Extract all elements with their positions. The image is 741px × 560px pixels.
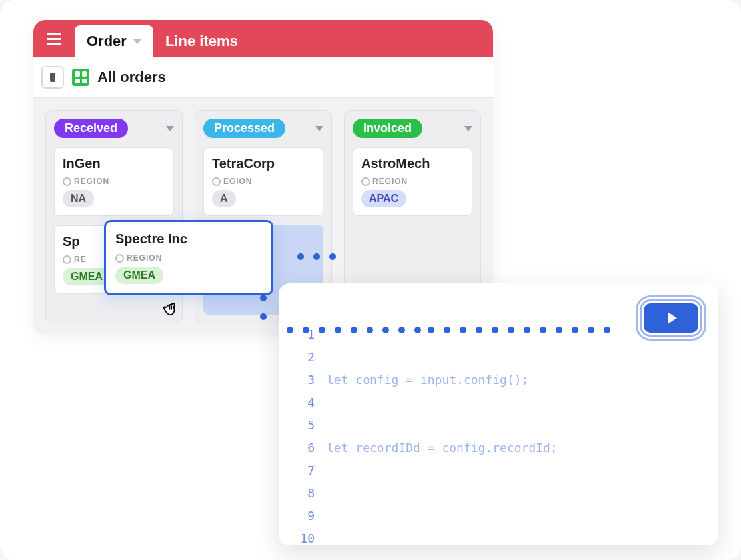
automation-trail-join (287, 327, 421, 333)
card-meta-label: REGION (63, 177, 165, 186)
trail-dot (260, 295, 267, 301)
card-title: InGen (63, 156, 165, 171)
code-line: let config = input.config(); (327, 369, 708, 391)
chevron-down-icon[interactable] (315, 126, 323, 131)
run-button[interactable] (644, 303, 698, 333)
tab-order[interactable]: Order (75, 25, 153, 57)
tab-lineitems-label: Line items (165, 33, 238, 50)
card-title: TetraCorp (212, 156, 315, 171)
column-badge: Invoiced (353, 119, 422, 138)
code-line: let recordIDd = config.recordId; (327, 437, 708, 459)
chevron-down-icon (133, 39, 141, 44)
sidebar-toggle-icon[interactable] (41, 66, 64, 89)
automation-trail-top (297, 253, 336, 260)
region-pill: NA (63, 190, 94, 207)
subbar: All orders (33, 57, 493, 98)
view-title: All orders (97, 69, 166, 86)
card-meta-label: REGION (115, 253, 262, 263)
card-astromech[interactable]: AstroMech REGION APAC (353, 147, 472, 216)
card-ingen[interactable]: InGen REGION NA (54, 147, 174, 216)
topbar: Order Line items (33, 20, 493, 57)
chevron-down-icon[interactable] (166, 126, 174, 131)
region-pill: GMEA (115, 267, 163, 284)
card-title: Spectre Inc (115, 231, 262, 247)
card-meta-label: EGION (212, 177, 315, 186)
code-source: let config = input.config(); let recordI… (327, 323, 708, 545)
card-title: AstroMech (361, 156, 464, 171)
tab-order-label: Order (87, 33, 127, 50)
trail-dot (260, 313, 267, 320)
hamburger-icon[interactable] (47, 28, 68, 49)
column-badge: Received (54, 119, 128, 138)
play-icon (668, 312, 677, 324)
dragging-card[interactable]: Spectre Inc REGION GMEA (104, 220, 273, 295)
board-icon[interactable] (72, 69, 89, 86)
grab-cursor-icon (163, 299, 183, 316)
code-panel: 12345678910 let config = input.config();… (279, 283, 718, 545)
chevron-down-icon[interactable] (464, 126, 472, 131)
card-tetracorp[interactable]: TetraCorp EGION A (203, 147, 323, 216)
card-meta-label: REGION (361, 177, 464, 186)
column-badge: Processed (203, 119, 285, 138)
code-gutter: 12345678910 (289, 323, 327, 545)
region-pill: A (212, 190, 236, 207)
region-pill: APAC (361, 190, 406, 207)
tab-line-items[interactable]: Line items (153, 25, 250, 57)
